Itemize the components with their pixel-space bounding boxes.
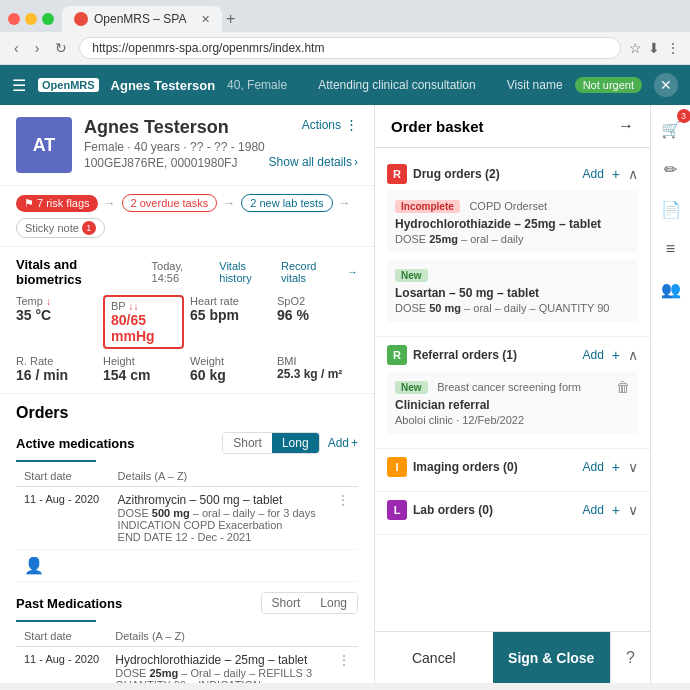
imaging-order-collapse-icon[interactable]: ∨ xyxy=(628,459,638,475)
download-button[interactable]: ⬇ xyxy=(648,40,660,56)
arrow-right-icon: → xyxy=(347,266,358,278)
maximize-traffic-light[interactable] xyxy=(42,13,54,25)
add-drug-order-button[interactable]: Add xyxy=(582,167,603,181)
tags-row: ⚑ 7 risk flags → 2 overdue tasks → 2 new… xyxy=(0,186,374,247)
drug-order-item-2: New Losartan – 50 mg – tablet DOSE 50 mg… xyxy=(387,259,638,322)
bottom-action-bar: Cancel Sign & Close ? xyxy=(375,631,650,683)
past-med-divider xyxy=(16,620,96,622)
patient-header: AT Agnes Testerson Actions ⋮ Female · 40… xyxy=(0,105,374,186)
patient-name: Agnes Testerson xyxy=(84,117,229,138)
drug-order-plus-icon[interactable]: + xyxy=(612,166,620,182)
add-lab-order-button[interactable]: Add xyxy=(582,503,603,517)
more-button[interactable]: ⋮ xyxy=(666,40,680,56)
show-all-details-link[interactable]: Show all details › xyxy=(269,155,358,169)
actions-button[interactable]: Actions xyxy=(302,118,341,132)
referral-order-plus-icon[interactable]: + xyxy=(612,347,620,363)
risk-flags-badge[interactable]: ⚑ 7 risk flags xyxy=(16,195,98,212)
referral-subtitle: Breast cancer screening form xyxy=(437,381,581,393)
imaging-order-plus-icon[interactable]: + xyxy=(612,459,620,475)
basket-count-badge: 3 xyxy=(677,109,691,123)
plus-icon: + xyxy=(351,436,358,450)
refresh-button[interactable]: ↻ xyxy=(51,38,71,58)
referral-order-collapse-icon[interactable]: ∧ xyxy=(628,347,638,363)
past-start-date-cell-1: 11 - Aug - 2020 xyxy=(16,647,107,684)
drug-orders-header: R Drug orders (2) Add + ∧ xyxy=(387,164,638,184)
delete-referral-icon[interactable]: 🗑 xyxy=(616,379,630,395)
more-options-icon[interactable]: ⋮ xyxy=(337,493,349,507)
vital-height: Height 154 cm xyxy=(103,355,184,383)
edit-icon-button[interactable]: ✏ xyxy=(655,153,687,185)
close-traffic-light[interactable] xyxy=(8,13,20,25)
drug-order-name-1: Hydrochlorothiazide – 25mg – tablet xyxy=(395,217,630,231)
referral-order-detail-1: Aboloi clinic · 12/Feb/2022 xyxy=(395,414,630,426)
sticky-note-badge[interactable]: Sticky note 1 xyxy=(16,218,105,238)
attending-text: Attending clinical consultation xyxy=(299,78,495,92)
order-basket-title: Order basket xyxy=(391,118,484,135)
past-details-cell-1: Hydrochlorothiazide – 25mg – tablet DOSE… xyxy=(107,647,330,684)
bookmark-button[interactable]: ☆ xyxy=(629,40,642,56)
table-row: 11 - Aug - 2020 Azithromycin – 500 mg – … xyxy=(16,487,358,550)
vitals-date: Today, 14:56 xyxy=(152,260,214,284)
right-sidebar: 🛒 3 ✏ 📄 ≡ 👥 xyxy=(650,105,690,683)
new-tab-button[interactable]: + xyxy=(226,10,235,28)
order-basket-body: R Drug orders (2) Add + ∧ Incomplete COP… xyxy=(375,148,650,631)
active-medications-table: Start date Details (A – Z) 11 - Aug - 20… xyxy=(16,466,358,582)
tab-close-icon[interactable]: ✕ xyxy=(201,13,210,26)
list-icon-button[interactable]: ≡ xyxy=(655,233,687,265)
active-med-divider xyxy=(16,460,96,462)
details-cell: Azithromycin – 500 mg – tablet DOSE 500 … xyxy=(110,487,330,550)
add-imaging-order-button[interactable]: Add xyxy=(582,460,603,474)
past-med-toggle: Short Long xyxy=(261,592,358,614)
patient-info: Agnes Testerson Actions ⋮ Female · 40 ye… xyxy=(84,117,358,170)
vital-temp: Temp ↓ 35 °C xyxy=(16,295,97,349)
active-tab[interactable]: OpenMRS – SPA ✕ xyxy=(62,6,222,32)
imaging-orders-title: I Imaging orders (0) xyxy=(387,457,518,477)
referral-orders-section: R Referral orders (1) Add + ∧ New Breast… xyxy=(375,337,650,449)
referral-order-item-1: New Breast cancer screening form Clinici… xyxy=(387,371,638,434)
overdue-tasks-badge[interactable]: 2 overdue tasks xyxy=(122,194,218,212)
vitals-history-link[interactable]: Vitals history xyxy=(219,260,281,284)
lab-order-plus-icon[interactable]: + xyxy=(612,502,620,518)
record-vitals-link[interactable]: Record vitals → xyxy=(281,260,358,284)
details-header: Details (A – Z) xyxy=(110,466,330,487)
minimize-traffic-light[interactable] xyxy=(25,13,37,25)
past-long-toggle-button[interactable]: Long xyxy=(310,593,357,613)
patient-details: Female · 40 years · ?? - ?? - 1980 xyxy=(84,140,358,154)
new-tag-1: New xyxy=(395,269,428,282)
main-layout: AT Agnes Testerson Actions ⋮ Female · 40… xyxy=(0,105,690,683)
active-medications-title: Active medications xyxy=(16,436,135,451)
people-icon-button[interactable]: 👥 xyxy=(655,273,687,305)
vital-bmi: BMI 25.3 kg / m² xyxy=(277,355,358,383)
menu-icon[interactable]: ☰ xyxy=(12,76,26,95)
browser-actions: ☆ ⬇ ⋮ xyxy=(629,40,680,56)
drug-order-collapse-icon[interactable]: ∧ xyxy=(628,166,638,182)
help-button[interactable]: ? xyxy=(610,632,650,683)
new-lab-tests-badge[interactable]: 2 new lab tests xyxy=(241,194,332,212)
forward-button[interactable]: › xyxy=(31,38,44,58)
document-icon-button[interactable]: 📄 xyxy=(655,193,687,225)
add-active-med-button[interactable]: Add + xyxy=(328,436,358,450)
arrow-icon-1: → xyxy=(104,196,116,210)
lab-icon: L xyxy=(387,500,407,520)
sticky-count: 1 xyxy=(82,221,96,235)
past-details-header: Details (A – Z) xyxy=(107,626,330,647)
more-options-icon-2[interactable]: ⋮ xyxy=(338,653,350,667)
long-toggle-button[interactable]: Long xyxy=(272,433,319,453)
imaging-icon: I xyxy=(387,457,407,477)
order-basket-panel: Order basket → R Drug orders (2) Add + ∧ xyxy=(375,105,650,683)
add-referral-order-button[interactable]: Add xyxy=(582,348,603,362)
past-short-toggle-button[interactable]: Short xyxy=(262,593,311,613)
lab-order-collapse-icon[interactable]: ∨ xyxy=(628,502,638,518)
cancel-button[interactable]: Cancel xyxy=(375,632,493,683)
order-basket-expand-icon[interactable]: → xyxy=(618,117,634,135)
sign-close-button[interactable]: Sign & Close xyxy=(493,632,611,683)
url-bar[interactable]: https://openmrs-spa.org/openmrs/index.ht… xyxy=(79,37,621,59)
back-button[interactable]: ‹ xyxy=(10,38,23,58)
close-header-button[interactable]: ✕ xyxy=(654,73,678,97)
new-tag-2: New xyxy=(395,381,428,394)
short-toggle-button[interactable]: Short xyxy=(223,433,272,453)
past-start-date-header: Start date xyxy=(16,626,107,647)
vitals-section: Vitals and biometrics Today, 14:56 Vital… xyxy=(0,247,374,394)
arrow-icon-2: → xyxy=(223,196,235,210)
start-date-header: Start date xyxy=(16,466,110,487)
